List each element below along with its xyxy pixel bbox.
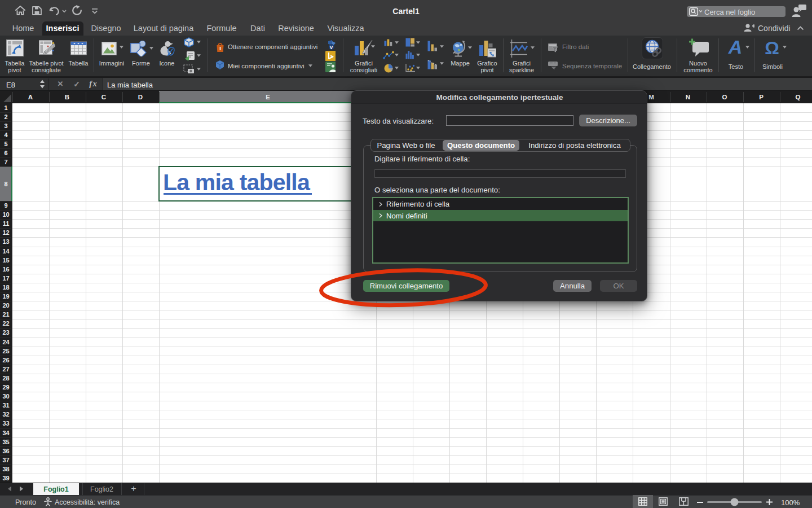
svg-text:V: V	[330, 45, 333, 50]
